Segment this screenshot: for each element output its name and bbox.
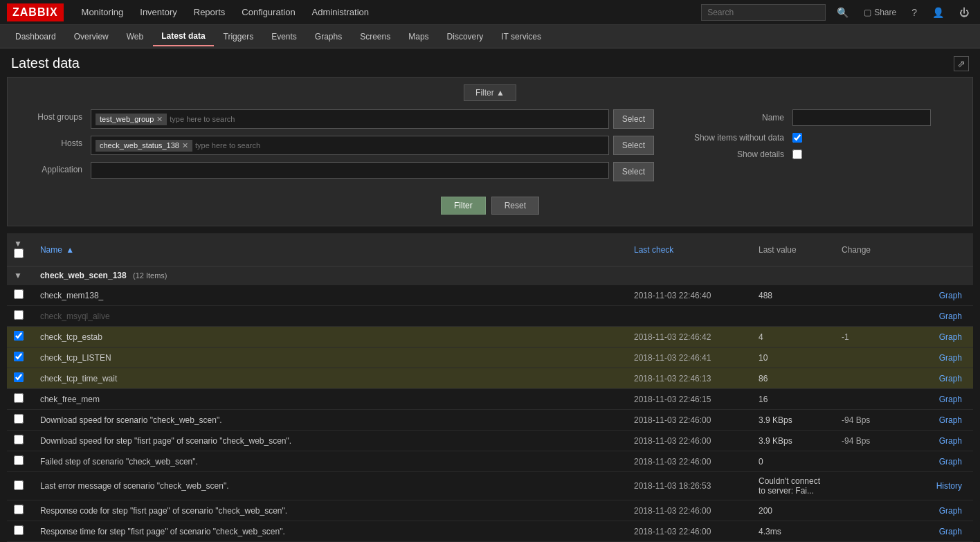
row-action[interactable]: Graph [918, 521, 973, 542]
graph-link[interactable]: Graph [939, 374, 962, 383]
filter-input-application [91, 162, 609, 179]
host-group-tag-remove-0[interactable]: ✕ [156, 115, 163, 124]
graph-link[interactable]: Graph [939, 506, 962, 516]
table-row: check_mem138_ 2018-11-03 22:46:40 488 Gr… [7, 285, 973, 306]
subnav-discovery[interactable]: Discovery [439, 28, 492, 46]
hosts-search-input[interactable] [195, 141, 278, 150]
subnav-triggers[interactable]: Triggers [215, 28, 262, 46]
help-icon[interactable]: ? [907, 6, 921, 19]
group-collapse-icon[interactable]: ▼ [14, 271, 22, 280]
subnav-latest-data[interactable]: Latest data [153, 27, 213, 46]
row-check-cell[interactable] [7, 500, 33, 521]
host-groups-search-input[interactable] [170, 115, 253, 123]
nav-inventory[interactable]: Inventory [133, 3, 183, 21]
row-name: check_tcp_LISTEN [33, 347, 627, 368]
col-header-lastcheck[interactable]: Last check [627, 233, 752, 267]
graph-link[interactable]: Graph [939, 436, 962, 446]
nav-administration[interactable]: Administration [305, 3, 376, 21]
row-checkbox[interactable] [14, 331, 24, 341]
row-action[interactable]: Graph [918, 410, 973, 431]
row-checkbox[interactable] [14, 525, 24, 535]
graph-link[interactable]: Graph [939, 332, 962, 342]
row-action[interactable]: Graph [918, 306, 973, 327]
row-check-cell[interactable] [7, 521, 33, 542]
nav-reports[interactable]: Reports [187, 3, 233, 21]
row-lastcheck: 2018-11-03 22:46:41 [627, 347, 752, 368]
row-checkbox[interactable] [14, 480, 24, 490]
application-input[interactable] [91, 162, 609, 179]
expand-icon[interactable]: ⇗ [954, 56, 969, 71]
row-check-cell[interactable] [7, 347, 33, 368]
subnav-it-services[interactable]: IT services [493, 28, 550, 46]
row-checkbox[interactable] [14, 414, 24, 424]
hosts-select-button[interactable]: Select [613, 136, 654, 155]
reset-filter-button[interactable]: Reset [491, 197, 539, 215]
subnav-maps[interactable]: Maps [400, 28, 437, 46]
subnav-graphs[interactable]: Graphs [307, 28, 350, 46]
nav-configuration[interactable]: Configuration [235, 3, 302, 21]
row-check-cell[interactable] [7, 431, 33, 451]
row-action[interactable]: Graph [918, 500, 973, 521]
graph-link[interactable]: Graph [939, 457, 962, 467]
apply-filter-button[interactable]: Filter [441, 197, 486, 215]
subnav-events[interactable]: Events [263, 28, 305, 46]
graph-link[interactable]: Graph [939, 311, 962, 321]
row-check-cell[interactable] [7, 285, 33, 306]
row-checkbox[interactable] [14, 455, 24, 465]
group-toggle-cell[interactable]: ▼ [7, 267, 33, 285]
row-check-cell[interactable] [7, 306, 33, 327]
graph-link[interactable]: Graph [939, 353, 962, 363]
hosts-tagbox[interactable]: check_web_status_138 ✕ [91, 136, 609, 155]
row-checkbox[interactable] [14, 505, 24, 514]
name-input[interactable] [792, 109, 931, 126]
row-checkbox[interactable] [14, 372, 24, 382]
row-action[interactable]: Graph [918, 431, 973, 451]
row-checkbox[interactable] [14, 310, 24, 320]
show-without-data-checkbox[interactable] [792, 133, 802, 143]
row-action[interactable]: Graph [918, 451, 973, 472]
host-groups-tagbox[interactable]: test_web_group ✕ [91, 109, 609, 129]
share-button[interactable]: ▢ Share [860, 6, 900, 19]
row-action[interactable]: Graph [918, 347, 973, 368]
logo[interactable]: ZABBIX [7, 3, 64, 21]
master-checkbox[interactable] [14, 249, 24, 258]
search-input[interactable] [701, 4, 826, 21]
show-details-checkbox[interactable] [792, 150, 802, 159]
row-action[interactable]: Graph [918, 368, 973, 389]
graph-link[interactable]: Graph [939, 415, 962, 425]
subnav-screens[interactable]: Screens [352, 28, 399, 46]
subnav-dashboard[interactable]: Dashboard [7, 28, 64, 46]
row-action[interactable]: History [918, 472, 973, 500]
col-toggle-icon[interactable]: ▼ [14, 239, 22, 249]
history-link[interactable]: History [936, 481, 962, 491]
row-check-cell[interactable] [7, 389, 33, 410]
row-action[interactable]: Graph [918, 285, 973, 306]
user-icon[interactable]: 👤 [928, 6, 948, 19]
host-groups-select-button[interactable]: Select [613, 109, 654, 129]
graph-link[interactable]: Graph [939, 395, 962, 404]
row-check-cell[interactable] [7, 410, 33, 431]
nav-monitoring[interactable]: Monitoring [75, 3, 131, 21]
row-checkbox[interactable] [14, 352, 24, 361]
col-header-name[interactable]: Name ▲ [33, 233, 627, 267]
row-check-cell[interactable] [7, 451, 33, 472]
graph-link[interactable]: Graph [939, 527, 962, 536]
row-check-cell[interactable] [7, 368, 33, 389]
filter-toggle-button[interactable]: Filter ▲ [464, 84, 516, 101]
power-icon[interactable]: ⏻ [955, 6, 973, 19]
row-checkbox[interactable] [14, 435, 24, 444]
row-checkbox[interactable] [14, 289, 24, 299]
subnav-web[interactable]: Web [118, 28, 152, 46]
table-row: Response time for step "fisrt page" of s… [7, 521, 973, 542]
host-tag-remove-0[interactable]: ✕ [182, 141, 188, 150]
search-icon[interactable]: 🔍 [833, 6, 853, 19]
graph-link[interactable]: Graph [939, 291, 962, 300]
row-action[interactable]: Graph [918, 327, 973, 347]
subnav-overview[interactable]: Overview [66, 28, 117, 46]
row-check-cell[interactable] [7, 472, 33, 500]
row-name: check_tcp_estab [33, 327, 627, 347]
row-check-cell[interactable] [7, 327, 33, 347]
row-action[interactable]: Graph [918, 389, 973, 410]
row-checkbox[interactable] [14, 393, 24, 403]
application-select-button[interactable]: Select [613, 162, 654, 181]
